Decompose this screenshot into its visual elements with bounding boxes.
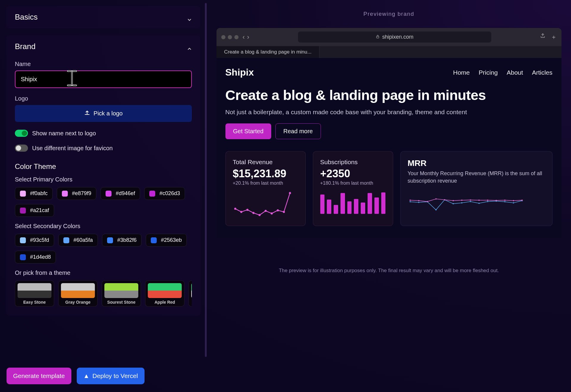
svg-point-7 [271,212,273,214]
get-started-button[interactable]: Get Started [225,123,271,139]
favicon-label: Use different image for favicon [32,145,113,152]
color-chip [63,237,69,243]
favicon-toggle[interactable] [15,145,28,152]
mrr-card: MRR Your Monthly Recurring Revenue (MRR)… [400,151,553,226]
site-nav: HomePricingAboutArticles [453,69,553,76]
subscriptions-card: Subscriptions +2350 +180.1% from last mo… [313,151,393,226]
nav-link[interactable]: About [507,69,523,76]
color-swatch[interactable]: #f0abfc [15,187,53,200]
read-more-button[interactable]: Read more [275,123,321,139]
svg-point-35 [495,200,497,201]
brand-title: Brand [15,42,35,51]
svg-point-12 [418,202,419,203]
theme-picker-label: Or pick from a theme [15,269,192,276]
primary-swatches: #f0abfc#e879f9#d946ef#c026d3#a21caf [15,187,192,217]
color-chip [106,191,112,197]
svg-point-17 [461,202,462,203]
nav-link[interactable]: Home [453,69,470,76]
close-icon[interactable] [221,35,225,39]
brand-name-input[interactable] [15,70,192,88]
svg-point-5 [258,214,261,216]
color-chip [20,208,26,214]
svg-point-20 [487,201,488,202]
color-swatch[interactable]: #3b82f6 [102,234,142,247]
browser-tab[interactable]: Create a blog & landing page in minu... [217,46,320,58]
pick-logo-button[interactable]: Pick a logo [15,105,192,122]
color-swatch[interactable]: #c026d3 [144,187,185,200]
color-chip [62,191,68,197]
site-brand-name: Shipix [225,67,254,78]
share-icon[interactable] [540,33,545,41]
maximize-icon[interactable] [234,35,239,39]
svg-point-1 [234,208,236,210]
svg-point-38 [521,200,523,201]
secondary-colors-label: Select Secondary Colors [15,223,192,230]
theme-card[interactable]: Expens [189,280,192,307]
preview-label: Previewing brand [363,11,414,17]
svg-point-2 [240,211,242,213]
svg-point-3 [246,209,248,211]
mrr-chart [408,189,525,216]
brand-panel-header[interactable]: Brand [6,35,201,58]
deploy-vercel-button[interactable]: ▲ Deploy to Vercel [77,368,145,384]
svg-point-25 [410,200,411,201]
name-label: Name [15,61,192,68]
color-swatch[interactable]: #a21caf [15,204,54,217]
revenue-sparkline [233,191,292,217]
show-name-toggle[interactable] [15,130,28,137]
color-chip [20,191,26,197]
svg-point-33 [478,200,479,201]
url-bar[interactable]: shipixen.com [298,32,491,43]
svg-point-18 [470,201,471,202]
color-swatch[interactable]: #93c5fd [15,234,54,247]
svg-point-23 [513,202,514,203]
color-swatch[interactable]: #60a5fa [58,234,98,247]
bottom-bar: Generate template ▲ Deploy to Vercel [0,360,571,392]
theme-list: Easy StoneGray OrangeSourest StoneApple … [15,280,192,307]
generate-template-button[interactable]: Generate template [7,368,71,384]
preview-pane: Previewing brand ‹ › shipixen.com [207,0,571,360]
svg-point-9 [283,211,285,213]
color-chip [20,254,26,260]
theme-card[interactable]: Easy Stone [15,280,54,307]
theme-card[interactable]: Apple Red [145,280,184,307]
revenue-card: Total Revenue $15,231.89 +20.1% from las… [225,151,306,226]
minimize-icon[interactable] [228,35,232,39]
theme-card[interactable]: Gray Orange [58,280,98,307]
svg-point-14 [435,209,436,211]
browser-preview: ‹ › shipixen.com ＋ Create a blog [217,28,561,238]
svg-point-29 [444,199,445,200]
config-sidebar: Basics Brand Name [0,0,207,360]
svg-point-10 [289,192,291,194]
nav-link[interactable]: Pricing [479,69,498,76]
nav-link[interactable]: Articles [532,69,553,76]
color-swatch[interactable]: #e879f9 [57,187,96,200]
svg-point-16 [452,203,454,204]
color-chip [151,237,157,243]
svg-point-8 [277,209,279,211]
color-chip [149,191,155,197]
svg-point-19 [478,203,479,204]
color-swatch[interactable]: #2563eb [146,234,187,247]
svg-point-36 [504,200,505,201]
site-preview: Shipix HomePricingAboutArticles Create a… [217,58,561,238]
theme-card[interactable]: Sourest Stone [102,280,141,307]
vercel-icon: ▲ [83,372,90,380]
svg-point-22 [504,201,505,203]
subscriptions-bars [320,191,386,214]
basics-panel[interactable]: Basics [6,6,201,28]
brand-panel: Brand Name Logo [6,35,201,316]
svg-point-26 [418,200,419,201]
preview-footer-note: The preview is for illustration purposes… [279,268,499,274]
svg-point-31 [461,200,462,201]
back-icon[interactable]: ‹ [243,33,245,41]
traffic-lights [221,35,239,39]
svg-point-6 [264,210,266,212]
logo-label: Logo [15,95,192,102]
color-swatch[interactable]: #d946ef [101,187,140,200]
secondary-swatches: #93c5fd#60a5fa#3b82f6#2563eb#1d4ed8 [15,234,192,264]
new-tab-icon[interactable]: ＋ [551,33,557,41]
hero-title: Create a blog & landing page in minutes [225,87,553,103]
forward-icon[interactable]: › [247,33,249,41]
color-swatch[interactable]: #1d4ed8 [15,251,56,264]
